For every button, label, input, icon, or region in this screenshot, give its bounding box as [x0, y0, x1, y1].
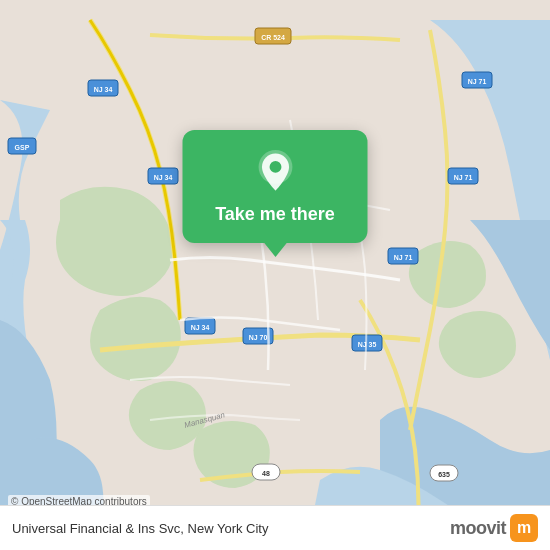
svg-text:NJ 34: NJ 34 — [154, 174, 173, 181]
svg-text:GSP: GSP — [15, 144, 30, 151]
svg-point-27 — [269, 161, 281, 173]
moovit-text: moovit — [450, 518, 506, 539]
map-container: NJ 34 NJ 34 NJ 34 CR 524 NJ 71 NJ 71 NJ … — [0, 0, 550, 550]
svg-text:NJ 34: NJ 34 — [94, 86, 113, 93]
svg-text:CR 524: CR 524 — [261, 34, 285, 41]
map-background: NJ 34 NJ 34 NJ 34 CR 524 NJ 71 NJ 71 NJ … — [0, 0, 550, 550]
svg-text:NJ 34: NJ 34 — [191, 324, 210, 331]
svg-text:NJ 71: NJ 71 — [394, 254, 413, 261]
bottom-bar: Universal Financial & Ins Svc, New York … — [0, 505, 550, 550]
svg-text:NJ 71: NJ 71 — [454, 174, 473, 181]
moovit-brand-icon: m — [510, 514, 538, 542]
moovit-logo: moovit m — [450, 514, 538, 542]
location-pin-icon — [253, 150, 297, 194]
popup-card: Take me there — [183, 130, 368, 243]
svg-text:48: 48 — [262, 470, 270, 477]
location-name: Universal Financial & Ins Svc, New York … — [12, 521, 268, 536]
take-me-there-button[interactable]: Take me there — [215, 204, 335, 225]
svg-text:635: 635 — [438, 471, 450, 478]
svg-text:NJ 70: NJ 70 — [249, 334, 268, 341]
svg-text:NJ 71: NJ 71 — [468, 78, 487, 85]
location-info: Universal Financial & Ins Svc, New York … — [12, 521, 268, 536]
